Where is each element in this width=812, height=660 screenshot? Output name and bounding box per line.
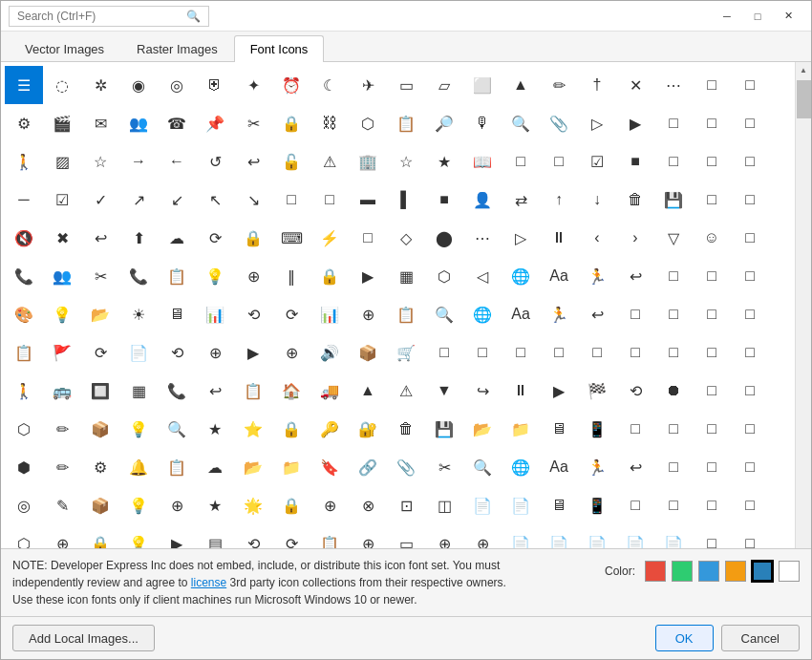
add-local-images-button[interactable]: Add Local Images... [12, 625, 155, 651]
icon-cell[interactable]: ▌ [387, 181, 425, 219]
icon-cell[interactable]: 📋 [387, 104, 425, 142]
icon-cell[interactable]: ▬ [349, 181, 387, 219]
icon-cell[interactable]: ✕ [616, 66, 654, 104]
icon-cell[interactable]: □ [693, 448, 731, 486]
icon-cell[interactable]: ⌨ [272, 219, 310, 257]
icon-cell[interactable]: □ [731, 333, 769, 372]
icon-cell[interactable]: ⏰ [272, 66, 310, 104]
tab-raster-images[interactable]: Raster Images [120, 35, 234, 62]
icon-cell[interactable]: 🎨 [5, 295, 43, 333]
icon-cell[interactable]: 🔒 [272, 410, 310, 448]
icon-cell[interactable]: ☎ [158, 104, 196, 142]
icon-cell[interactable]: 📖 [463, 142, 502, 181]
icon-cell[interactable]: ▦ [119, 372, 158, 410]
icon-cell[interactable]: □ [731, 104, 769, 142]
icon-cell[interactable]: □ [693, 104, 731, 142]
icon-cell[interactable]: □ [731, 372, 769, 410]
icon-cell[interactable]: ⟲ [158, 333, 196, 372]
icon-cell[interactable]: → [119, 142, 158, 181]
icon-cell[interactable]: □ [693, 181, 731, 219]
icon-cell[interactable]: ■ [425, 181, 463, 219]
icon-cell[interactable]: 💡 [196, 257, 234, 295]
icon-cell[interactable]: Aa [502, 295, 540, 333]
icon-cell[interactable]: ★ [196, 410, 234, 448]
icon-cell[interactable]: ↙ [158, 181, 196, 219]
icon-cell[interactable]: ▦ [387, 257, 425, 295]
icon-cell[interactable]: □ [616, 295, 654, 333]
icon-cell[interactable]: □ [731, 219, 769, 257]
icon-cell[interactable]: 📂 [81, 295, 119, 333]
icon-cell[interactable]: ■ [616, 142, 654, 181]
icon-cell[interactable]: ☺ [693, 219, 731, 257]
icon-cell[interactable]: 🔒 [272, 486, 310, 524]
icon-cell[interactable]: ‹ [578, 219, 616, 257]
cancel-button[interactable]: Cancel [721, 625, 800, 651]
icon-cell[interactable]: 🌐 [463, 295, 502, 333]
icon-cell[interactable]: ✂ [81, 257, 119, 295]
icon-cell[interactable]: ▼ [425, 372, 463, 410]
icon-cell[interactable]: 🔍 [463, 448, 502, 486]
icon-cell[interactable]: ⬢ [5, 448, 43, 486]
icon-cell[interactable]: ☁ [158, 219, 196, 257]
icon-cell[interactable]: ☑ [578, 142, 616, 181]
icon-cell[interactable]: ⊕ [158, 486, 196, 524]
icons-grid-container[interactable]: ☰◌✲◉◎⛨✦⏰☾✈▭▱⬜▲✏†✕⋯□□⚙🎬✉👥☎📌✂🔒⛓⬡📋🔎🎙🔍📎▷▶□□□… [1, 62, 795, 548]
icon-cell[interactable]: ⟳ [272, 524, 310, 548]
icon-cell[interactable]: ▶ [349, 257, 387, 295]
icon-cell[interactable]: ↖ [196, 181, 234, 219]
icon-cell[interactable]: ⟳ [81, 333, 119, 372]
icon-cell[interactable]: ✦ [234, 66, 272, 104]
icon-cell[interactable]: Aa [540, 448, 578, 486]
icon-cell[interactable]: 🔐 [349, 410, 387, 448]
icon-cell[interactable]: 🖥 [540, 486, 578, 524]
icon-cell[interactable]: ⚙ [81, 448, 119, 486]
icon-cell[interactable]: 📱 [578, 486, 616, 524]
icon-cell[interactable]: ⊕ [196, 333, 234, 372]
icon-cell[interactable]: 📄 [616, 524, 654, 548]
icon-cell[interactable]: ▶ [158, 524, 196, 548]
icon-cell[interactable]: □ [731, 410, 769, 448]
icon-cell[interactable]: 💡 [119, 524, 158, 548]
icon-cell[interactable]: ◁ [463, 257, 502, 295]
icon-cell[interactable]: □ [502, 333, 540, 372]
icon-cell[interactable]: 🏃 [578, 448, 616, 486]
icon-cell[interactable]: □ [731, 142, 769, 181]
icon-cell[interactable]: 📋 [234, 372, 272, 410]
icon-cell[interactable]: 🏃 [540, 295, 578, 333]
icon-cell[interactable]: 🗑 [387, 410, 425, 448]
icon-cell[interactable]: ⊕ [310, 486, 349, 524]
icon-cell[interactable]: 📋 [387, 295, 425, 333]
icon-cell[interactable]: ⟲ [234, 524, 272, 548]
icon-cell[interactable]: ◎ [5, 486, 43, 524]
tab-vector-images[interactable]: Vector Images [9, 35, 120, 62]
icon-cell[interactable]: ⬤ [425, 219, 463, 257]
color-swatch-white[interactable] [779, 561, 800, 582]
icon-cell[interactable]: 📋 [158, 448, 196, 486]
icon-cell[interactable]: ⟳ [272, 295, 310, 333]
icon-cell[interactable]: ▤ [196, 524, 234, 548]
icon-cell[interactable]: ☆ [387, 142, 425, 181]
icon-cell[interactable]: ⊗ [349, 486, 387, 524]
icon-cell[interactable]: □ [310, 181, 349, 219]
icon-cell[interactable]: ⏺ [654, 372, 693, 410]
scrollbar-thumb[interactable] [797, 80, 811, 118]
icon-cell[interactable]: † [578, 66, 616, 104]
icon-cell[interactable]: ▱ [425, 66, 463, 104]
search-input[interactable] [17, 10, 186, 23]
icon-cell[interactable]: ⚙ [5, 104, 43, 142]
icon-cell[interactable]: 📞 [119, 257, 158, 295]
icon-cell[interactable]: ◫ [425, 486, 463, 524]
icon-cell[interactable]: 📁 [272, 448, 310, 486]
icon-cell[interactable]: 💾 [654, 181, 693, 219]
icon-cell[interactable]: ⊕ [272, 333, 310, 372]
scrollbar[interactable]: ▲ [795, 62, 811, 548]
icon-cell[interactable]: ☁ [196, 448, 234, 486]
icon-cell[interactable]: 📄 [540, 524, 578, 548]
icon-cell[interactable]: ↘ [234, 181, 272, 219]
icon-cell[interactable]: ★ [196, 486, 234, 524]
icon-cell[interactable]: ⚡ [310, 219, 349, 257]
icon-cell[interactable]: 🔒 [310, 257, 349, 295]
icon-cell[interactable]: 🎙 [463, 104, 502, 142]
icon-cell[interactable]: □ [654, 486, 693, 524]
icon-cell[interactable]: ✂ [234, 104, 272, 142]
